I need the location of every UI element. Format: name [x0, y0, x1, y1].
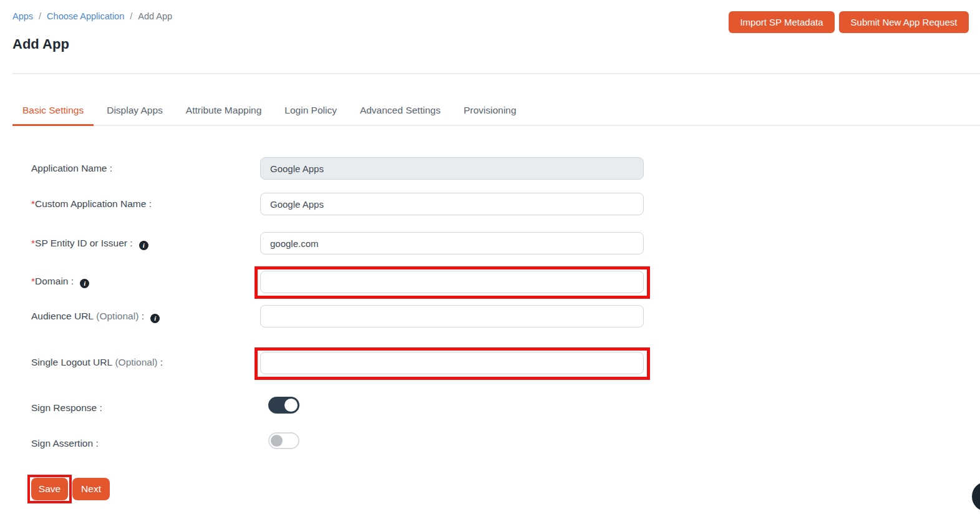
chat-widget-button[interactable]	[972, 482, 980, 512]
save-button[interactable]: Save	[31, 478, 68, 500]
optional-marker: (Optional)	[115, 357, 157, 367]
label-text: SP Entity ID or Issuer	[35, 238, 127, 248]
breadcrumb-add-app: Add App	[138, 11, 172, 21]
label-colon: :	[68, 276, 76, 286]
label-text: Sign Response	[31, 402, 97, 413]
label-colon: :	[127, 238, 135, 248]
tab-attribute-mapping[interactable]: Attribute Mapping	[176, 97, 272, 125]
label-colon: :	[93, 438, 99, 449]
application-name-input	[260, 157, 644, 180]
breadcrumb-apps[interactable]: Apps	[12, 11, 33, 21]
label-text: Audience URL	[31, 311, 94, 321]
info-icon[interactable]: i	[150, 314, 160, 323]
label-colon: :	[97, 402, 102, 413]
toggle-knob	[284, 399, 298, 412]
domain-input[interactable]	[260, 271, 644, 293]
label-colon: :	[138, 311, 147, 321]
custom-application-name-label: *Custom Application Name :	[31, 198, 152, 210]
label-colon: :	[146, 198, 152, 209]
sign-response-label: Sign Response :	[31, 402, 102, 414]
single-logout-url-input[interactable]	[260, 352, 644, 374]
tab-provisioning[interactable]: Provisioning	[454, 97, 526, 125]
tab-advanced-settings[interactable]: Advanced Settings	[350, 97, 450, 125]
sp-entity-id-input[interactable]	[260, 232, 644, 255]
single-logout-url-label: Single Logout URL (Optional) :	[31, 357, 163, 368]
sign-assertion-label: Sign Assertion :	[31, 438, 99, 449]
audience-url-input[interactable]	[260, 305, 644, 327]
label-colon: :	[158, 357, 163, 367]
sign-assertion-toggle[interactable]	[268, 432, 299, 449]
add-app-page: Apps / Choose Application / Add App Impo…	[0, 0, 980, 514]
breadcrumb-separator: /	[130, 11, 132, 21]
info-icon[interactable]: i	[139, 241, 148, 250]
label-text: Sign Assertion	[31, 438, 93, 449]
submit-new-app-request-button[interactable]: Submit New App Request	[839, 11, 969, 33]
label-text: Domain	[35, 276, 68, 286]
breadcrumb: Apps / Choose Application / Add App	[12, 11, 172, 21]
audience-url-label: Audience URL (Optional) : i	[31, 311, 160, 323]
import-sp-metadata-button[interactable]: Import SP Metadata	[729, 11, 835, 33]
custom-application-name-input[interactable]	[260, 193, 644, 215]
breadcrumb-separator: /	[39, 11, 41, 21]
label-text: Application Name	[31, 163, 107, 173]
tab-login-policy[interactable]: Login Policy	[274, 97, 347, 125]
next-button[interactable]: Next	[72, 478, 110, 500]
info-icon[interactable]: i	[80, 279, 89, 288]
page-title: Add App	[12, 36, 69, 52]
toggle-knob	[271, 435, 283, 447]
breadcrumb-choose-application[interactable]: Choose Application	[47, 11, 124, 21]
optional-marker: (Optional)	[96, 311, 138, 321]
label-text: Single Logout URL	[31, 357, 112, 367]
header-divider	[12, 73, 980, 74]
label-colon: :	[107, 163, 112, 173]
sp-entity-id-label: *SP Entity ID or Issuer : i	[31, 238, 148, 250]
tab-basic-settings[interactable]: Basic Settings	[12, 97, 94, 126]
application-name-label: Application Name :	[31, 163, 112, 174]
sign-response-toggle[interactable]	[268, 397, 299, 414]
label-text: Custom Application Name	[35, 198, 146, 209]
tab-display-apps[interactable]: Display Apps	[97, 97, 173, 125]
tab-bar: Basic Settings Display Apps Attribute Ma…	[12, 97, 980, 126]
domain-label: *Domain : i	[31, 276, 89, 288]
